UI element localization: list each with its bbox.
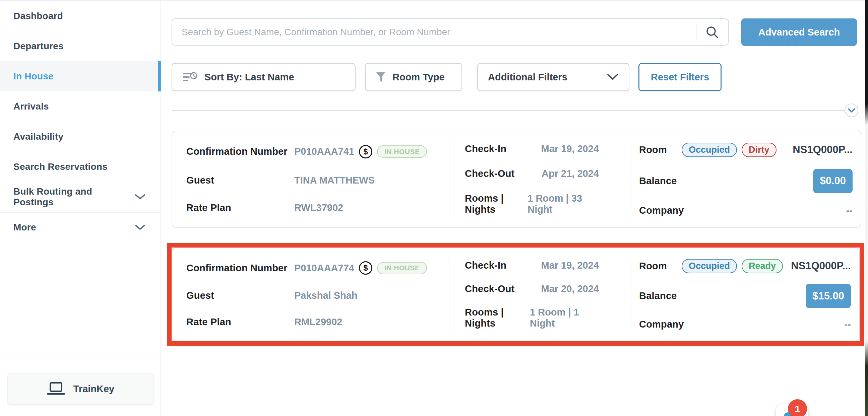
sidebar-item-label: Bulk Routing and Postings (13, 186, 134, 208)
reservation-card-highlighted[interactable]: Confirmation Number P010AAA774 $ IN HOUS… (172, 248, 860, 341)
chevron-down-icon (847, 108, 856, 113)
sidebar-item-bulk-routing[interactable]: Bulk Routing and Postings (0, 182, 160, 212)
room-label: Room (639, 145, 667, 155)
sidebar-item-label: More (13, 222, 36, 233)
rooms-nights-value: 1 Room | 33 Night (527, 193, 599, 215)
sidebar-item-label: Availability (13, 131, 63, 142)
status-badge: IN HOUSE (377, 146, 427, 158)
guest-value: Pakshal Shah (294, 290, 358, 301)
sidebar-divider (0, 355, 160, 355)
balance-button[interactable]: $15.00 (806, 284, 851, 308)
reservation-card[interactable]: Confirmation Number P010AAA741 $ IN HOUS… (172, 131, 861, 228)
confirmation-value: P010AAA774 (294, 263, 354, 274)
balance-label: Balance (639, 290, 677, 301)
company-label: Company (639, 205, 684, 216)
sidebar-item-arrivals[interactable]: Arrivals (0, 91, 160, 122)
reset-filters-label: Reset Filters (651, 72, 709, 83)
additional-filters-label: Additional Filters (488, 72, 567, 83)
balance-button[interactable]: $0.00 (813, 169, 852, 193)
card-divider (630, 258, 630, 331)
laptop-icon (47, 382, 65, 396)
check-out-label: Check-Out (465, 283, 515, 294)
company-value: -- (846, 205, 852, 216)
main-content: Advanced Search Sort By: Last Name Room … (162, 1, 868, 416)
screen-edge (865, 0, 868, 416)
sort-by-label: Sort By: Last Name (205, 72, 294, 83)
room-number-value: NS1Q000P... (793, 144, 852, 156)
sidebar-item-label: Search Reservations (13, 161, 107, 172)
company-label: Company (639, 319, 684, 330)
chevron-down-icon (134, 224, 146, 231)
check-in-value: Mar 19, 2024 (541, 260, 599, 271)
status-badge: IN HOUSE (377, 262, 427, 274)
collapse-chevron-button[interactable] (844, 103, 858, 117)
trainkey-button[interactable]: TrainKey (7, 373, 154, 405)
guest-label: Guest (186, 290, 294, 301)
dollar-icon[interactable]: $ (359, 261, 372, 275)
guest-value: TINA MATTHEWS (294, 175, 375, 186)
balance-label: Balance (639, 175, 677, 187)
sort-by-button[interactable]: Sort By: Last Name (172, 63, 355, 91)
reset-filters-button[interactable]: Reset Filters (639, 63, 721, 91)
room-number-value: NS1Q000P... (791, 260, 851, 272)
results-divider (172, 110, 845, 111)
confirmation-value: P010AAA741 (294, 146, 354, 157)
room-label: Room (639, 261, 667, 271)
room-type-button[interactable]: Room Type (365, 63, 462, 91)
sidebar-item-dashboard[interactable]: Dashboard (0, 1, 160, 31)
room-type-label: Room Type (393, 72, 445, 83)
filter-funnel-icon (376, 72, 386, 83)
card-divider (449, 141, 450, 218)
additional-filters-dropdown[interactable]: Additional Filters (477, 63, 629, 91)
rooms-nights-label: Rooms | Nights (465, 193, 527, 215)
sidebar-item-in-house[interactable]: In House (0, 61, 160, 91)
sidebar-item-label: In House (13, 71, 54, 82)
notification-badge: 1 (788, 399, 807, 416)
check-in-value: Mar 19, 2024 (541, 143, 599, 154)
chevron-down-icon (607, 73, 619, 81)
search-input[interactable] (172, 19, 696, 45)
housekeeping-badge: Dirty (742, 143, 776, 157)
dollar-icon[interactable]: $ (359, 145, 372, 158)
company-value: -- (844, 319, 851, 330)
rooms-nights-label: Rooms | Nights (465, 307, 530, 329)
rooms-nights-value: 1 Room | 1 Night (530, 307, 599, 329)
sidebar-item-departures[interactable]: Departures (0, 31, 160, 61)
sidebar-item-availability[interactable]: Availability (0, 122, 160, 152)
confirmation-label: Confirmation Number (186, 146, 294, 157)
chevron-down-icon (134, 194, 146, 200)
sidebar-item-label: Departures (13, 41, 64, 52)
confirmation-label: Confirmation Number (186, 263, 294, 274)
rate-plan-label: Rate Plan (186, 202, 294, 213)
card-divider (449, 258, 450, 331)
check-in-label: Check-In (465, 143, 506, 154)
app-root: Dashboard Departures In House Arrivals A… (0, 0, 868, 416)
rate-plan-value: RWL37902 (294, 202, 343, 213)
search-divider (696, 25, 696, 39)
occupancy-badge: Occupied (682, 259, 737, 273)
rate-plan-label: Rate Plan (186, 317, 294, 327)
search-field (172, 19, 728, 45)
occupancy-badge: Occupied (682, 143, 737, 157)
trainkey-label: TrainKey (73, 384, 115, 394)
advanced-search-button[interactable]: Advanced Search (741, 19, 857, 46)
rate-plan-value: RML29902 (294, 317, 342, 327)
sidebar-item-search-reservations[interactable]: Search Reservations (0, 152, 160, 182)
search-icon[interactable] (705, 25, 719, 39)
housekeeping-badge: Ready (742, 259, 783, 273)
check-out-value: Apr 21, 2024 (541, 168, 599, 179)
sidebar-item-label: Dashboard (13, 11, 63, 22)
sidebar-item-more[interactable]: More (0, 212, 160, 242)
highlight-outline: Confirmation Number P010AAA774 $ IN HOUS… (167, 243, 864, 346)
check-out-value: Mar 20, 2024 (541, 283, 599, 294)
check-in-label: Check-In (465, 260, 506, 271)
check-out-label: Check-Out (465, 168, 515, 179)
card-divider (630, 141, 630, 218)
sort-icon (182, 71, 198, 83)
sidebar: Dashboard Departures In House Arrivals A… (0, 1, 161, 416)
guest-label: Guest (186, 175, 294, 186)
sidebar-item-label: Arrivals (13, 101, 49, 112)
